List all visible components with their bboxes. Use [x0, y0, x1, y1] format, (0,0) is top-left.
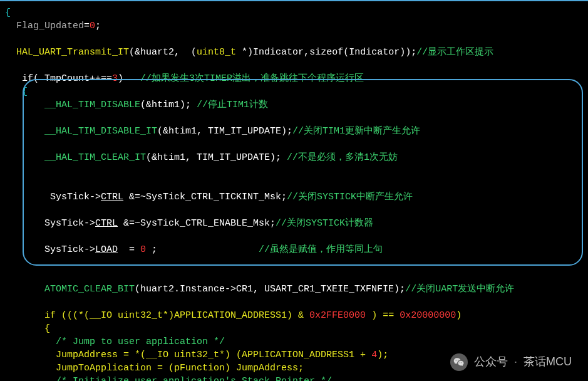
expr: SysTick->	[5, 218, 95, 229]
code-line: if( TmpCount++==3) //如果发生3次TIMER溢出，准备跳往下…	[5, 72, 588, 85]
expr: JumpToApplication = (	[5, 363, 174, 373]
macro-call: ATOMIC_CLEAR_BIT	[5, 284, 135, 295]
code-line: JumpToApplication = (pFunction) JumpAddr…	[5, 362, 588, 375]
brace-open: {	[5, 323, 50, 334]
number: 0	[90, 21, 95, 31]
args: *)Indicator,	[236, 47, 309, 58]
code-line: /* Initialize user application's Stack P…	[5, 375, 588, 381]
code-line: SysTick->LOAD = 0 ; //虽然是赋值，作用等同上句	[5, 243, 588, 256]
keyword-if: if	[5, 310, 61, 321]
op: ) ==	[366, 310, 400, 321]
number: 4	[371, 350, 377, 360]
args: (&htim1);	[140, 100, 197, 110]
args: (huart2.Instance->CR1, USART_CR1_TXEIE_T…	[135, 284, 405, 295]
code-line: SysTick->CTRL &=~SysTick_CTRL_TICKINT_Ms…	[5, 190, 588, 204]
member: LOAD	[95, 244, 118, 255]
blank-line	[5, 296, 588, 309]
comment: //关闭SYSTICK中断产生允许	[287, 192, 413, 202]
paren: )	[118, 73, 140, 84]
blank-line	[5, 112, 588, 125]
comment: //虽然是赋值，作用等同上句	[259, 244, 383, 255]
blank-line	[5, 33, 588, 46]
type: __IO uint32_t	[90, 310, 163, 321]
blank-line	[5, 138, 588, 151]
args: (&huart2, (	[129, 47, 197, 58]
blank-line	[5, 177, 588, 190]
keyword: sizeof	[309, 47, 343, 58]
comment: //停止TIM1计数	[197, 100, 268, 110]
comment: //不是必须，多清1次无妨	[287, 152, 398, 163]
macro-call: __HAL_TIM_DISABLE	[5, 100, 140, 110]
blank-line	[5, 269, 588, 283]
comment-block: /* Initialize user application's Stack P…	[5, 376, 332, 381]
comment-block: /* Jump to user application */	[5, 337, 225, 347]
macro-call: __HAL_TIM_DISABLE_IT	[5, 126, 157, 137]
code-line: {	[5, 6, 588, 19]
blank-line	[5, 204, 588, 217]
expr: &=~SysTick_CTRL_ENABLE_Msk;	[118, 218, 276, 229]
comment: //关闭TIM1更新中断产生允许	[292, 126, 420, 137]
code-line: SysTick->CTRL &=~SysTick_CTRL_ENABLE_Msk…	[5, 217, 588, 230]
code-line: HAL_UART_Transmit_IT(&huart2, (uint8_t *…	[5, 46, 588, 59]
brace-open: {	[5, 86, 28, 97]
hex: 0x2FFE0000	[309, 310, 366, 321]
member: CTRL	[95, 218, 118, 229]
comment: //如果发生3次TIMER溢出，准备跳往下个程序运行区	[140, 73, 364, 84]
blank-line	[5, 230, 588, 243]
code-line: JumpAddress = *(__IO uint32_t*) (APPLICA…	[5, 348, 588, 362]
punct: );	[377, 350, 388, 360]
comment: //关闭UART发送中断允许	[405, 284, 514, 295]
number: 0	[140, 244, 146, 255]
code-line: if (((*(__IO uint32_t*)APPLICATION_ADDRE…	[5, 309, 588, 322]
member: CTRL	[101, 192, 123, 202]
blank-line	[5, 164, 588, 177]
args: (Indicator));	[343, 47, 416, 58]
punct: ;	[146, 244, 259, 255]
code-line: /* Jump to user application */	[5, 335, 588, 348]
macro-call: __HAL_TIM_CLEAR_IT	[5, 152, 146, 163]
hex: 0x20000000	[400, 310, 456, 321]
function-call: HAL_UART_Transmit_IT	[5, 47, 129, 58]
expr: &=~SysTick_CTRL_TICKINT_Msk;	[123, 192, 287, 202]
expr: SysTick->	[5, 192, 101, 202]
identifier: Flag_Updated	[5, 21, 84, 31]
number: 3	[112, 73, 118, 84]
type: pFunction	[174, 363, 225, 373]
args: (&htim1, TIM_IT_UPDATE);	[146, 152, 287, 163]
keyword-if: if	[5, 73, 33, 84]
code-line: {	[5, 322, 588, 335]
expr: SysTick->	[5, 244, 95, 255]
expr: JumpAddress = *(	[5, 350, 146, 360]
punct: ) JumpAddress;	[225, 363, 304, 373]
paren: )	[456, 310, 462, 321]
condition: ( TmpCount++==	[33, 73, 112, 84]
paren: (((*(	[61, 310, 90, 321]
punct: ;	[95, 21, 101, 31]
code-line: __HAL_TIM_CLEAR_IT(&htim1, TIM_IT_UPDATE…	[5, 151, 588, 164]
blank-line	[5, 59, 588, 72]
expr: =	[118, 244, 140, 255]
expr: *) (APPLICATION_ADDRESS1 +	[219, 350, 371, 360]
expr: *)APPLICATION_ADDRESS1) &	[163, 310, 309, 321]
brace-open: {	[5, 8, 11, 18]
code-line: {	[5, 85, 588, 98]
args: (&htim1, TIM_IT_UPDATE);	[157, 126, 292, 137]
code-line: Flag_Updated=0;	[5, 19, 588, 33]
blank-line	[5, 256, 588, 269]
code-editor-view[interactable]: { Flag_Updated=0; HAL_UART_Transmit_IT(&…	[5, 6, 588, 381]
code-line: __HAL_TIM_DISABLE_IT(&htim1, TIM_IT_UPDA…	[5, 125, 588, 138]
comment: //关闭SYSTICK计数器	[276, 218, 373, 229]
type: uint8_t	[197, 47, 236, 58]
code-line: ATOMIC_CLEAR_BIT(huart2.Instance->CR1, U…	[5, 283, 588, 296]
type: __IO uint32_t	[146, 350, 219, 360]
comment: //显示工作区提示	[416, 47, 493, 58]
operator: =	[84, 21, 90, 31]
code-line: __HAL_TIM_DISABLE(&htim1); //停止TIM1计数	[5, 98, 588, 112]
